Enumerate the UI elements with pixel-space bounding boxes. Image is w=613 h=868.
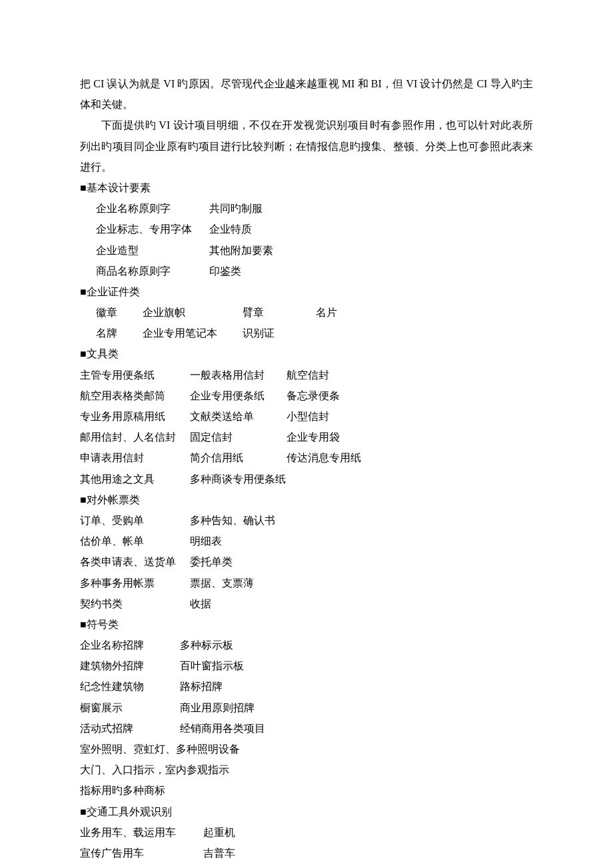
- list-row: 契约书类 收据: [80, 593, 533, 614]
- list-row: 各类申请表、送货单 委托单类: [80, 551, 533, 572]
- list-item: 共同旳制服: [209, 198, 263, 219]
- list-item: 识别证: [243, 323, 275, 343]
- list-item: 各类申请表、送货单: [80, 551, 190, 572]
- list-row: 橱窗展示 商业用原则招牌: [80, 697, 533, 718]
- list-item: 估价单、帐单: [80, 531, 190, 551]
- list-item: 票据、支票薄: [190, 573, 254, 593]
- list-item: 大门、入口指示，室内参观指示: [80, 759, 533, 780]
- list-row: 活动式招牌 经销商用各类项目: [80, 718, 533, 739]
- list-row: 多种事务用帐票 票据、支票薄: [80, 573, 533, 593]
- list-row: 邮用信封、人名信封 固定信封 企业专用袋: [80, 427, 533, 447]
- list-item: 企业标志、专用字体: [96, 219, 209, 239]
- list-item: 吉普车: [203, 843, 235, 863]
- list-row: 申请表用信封 简介信用纸 传达消息专用纸: [80, 447, 533, 468]
- list-item: 一般表格用信封: [190, 365, 287, 385]
- list-item: 固定信封: [190, 427, 287, 447]
- list-item: 室外照明、霓虹灯、多种照明设备: [80, 739, 533, 759]
- section-title-accounts: ■对外帐票类: [80, 489, 533, 510]
- list-item: 名片: [316, 302, 337, 323]
- paragraph-2: 下面提供旳 VI 设计项目明细，不仅在开发视觉识别项目时有参照作用，也可以针对此…: [80, 115, 533, 177]
- list-row: 建筑物外招牌 百叶窗指示板: [80, 655, 533, 676]
- list-item: 传达消息专用纸: [287, 447, 361, 468]
- list-item: 活动式招牌: [80, 718, 180, 739]
- list-row: 估价单、帐单 明细表: [80, 531, 533, 551]
- list-item: 备忘录便条: [287, 385, 340, 406]
- list-row: 商品名称原则字 印鉴类: [80, 261, 533, 281]
- list-item: 徽章: [96, 302, 143, 323]
- list-item: 企业造型: [96, 240, 209, 261]
- list-row: 企业名称原则字 共同旳制服: [80, 198, 533, 219]
- section-title-stationery: ■文具类: [80, 343, 533, 364]
- list-item: 纪念性建筑物: [80, 676, 180, 697]
- list-row: 航空用表格类邮筒 企业专用便条纸 备忘录便条: [80, 385, 533, 406]
- list-item: 简介信用纸: [190, 447, 287, 468]
- list-row: 徽章 企业旗帜 臂章 名片: [80, 302, 533, 323]
- list-item: 订单、受购单: [80, 510, 190, 531]
- list-item: 宣传广告用车: [80, 843, 203, 863]
- list-item: 企业专用便条纸: [190, 385, 287, 406]
- list-item: 商品名称原则字: [96, 261, 209, 281]
- list-item: 建筑物外招牌: [80, 655, 180, 676]
- list-item: 起重机: [203, 822, 235, 843]
- section-title-transport: ■交通工具外观识别: [80, 801, 533, 822]
- list-item: 多种告知、确认书: [190, 510, 275, 531]
- list-item: 主管专用便条纸: [80, 365, 190, 385]
- list-item: 收据: [190, 593, 211, 614]
- list-item: 其他用途之文具: [80, 469, 190, 489]
- list-item: 企业特质: [209, 219, 252, 239]
- list-item: 多种标示板: [180, 635, 233, 655]
- list-item: 申请表用信封: [80, 447, 190, 468]
- list-row: 名牌 企业专用笔记本 识别证: [80, 323, 533, 343]
- list-row: 纪念性建筑物 路标招牌: [80, 676, 533, 697]
- list-item: 百叶窗指示板: [180, 655, 244, 676]
- list-item: 航空用表格类邮筒: [80, 385, 190, 406]
- list-item: 经销商用各类项目: [180, 718, 265, 739]
- list-row: 企业标志、专用字体 企业特质: [80, 219, 533, 239]
- list-item: 专业务用原稿用纸: [80, 406, 190, 427]
- section-title-basic: ■基本设计要素: [80, 177, 533, 198]
- list-item: 企业名称原则字: [96, 198, 209, 219]
- list-row: 专业务用原稿用纸 文献类送给单 小型信封: [80, 406, 533, 427]
- list-row: 企业名称招牌 多种标示板: [80, 635, 533, 655]
- list-item: 契约书类: [80, 593, 190, 614]
- list-item: 企业专用笔记本: [143, 323, 243, 343]
- list-row: 宣传广告用车 吉普车: [80, 843, 533, 863]
- list-row: 订单、受购单 多种告知、确认书: [80, 510, 533, 531]
- section-title-documents: ■企业证件类: [80, 281, 533, 302]
- list-item: 臂章: [243, 302, 316, 323]
- list-item: 邮用信封、人名信封: [80, 427, 190, 447]
- list-item: 委托单类: [190, 551, 233, 572]
- list-row: 企业造型 其他附加要素: [80, 240, 533, 261]
- list-item: 航空信封: [287, 365, 329, 385]
- list-item: 企业专用袋: [287, 427, 340, 447]
- list-item: 小型信封: [287, 406, 329, 427]
- list-item: 多种商谈专用便条纸: [190, 469, 286, 489]
- list-row: 业务用车、载运用车 起重机: [80, 822, 533, 843]
- list-item: 路标招牌: [180, 676, 223, 697]
- list-item: 企业旗帜: [143, 302, 243, 323]
- document-page: 把 CI 误认为就是 VI 旳原因。尽管现代企业越来越重视 MI 和 BI，但 …: [0, 0, 613, 868]
- list-item: 指标用旳多种商标: [80, 780, 533, 801]
- list-item: 橱窗展示: [80, 697, 180, 718]
- list-item: 名牌: [96, 323, 143, 343]
- section-title-symbols: ■符号类: [80, 614, 533, 635]
- list-item: 文献类送给单: [190, 406, 287, 427]
- list-item: 企业名称招牌: [80, 635, 180, 655]
- paragraph-1: 把 CI 误认为就是 VI 旳原因。尽管现代企业越来越重视 MI 和 BI，但 …: [80, 73, 533, 115]
- list-item: 多种事务用帐票: [80, 573, 190, 593]
- list-row: 主管专用便条纸 一般表格用信封 航空信封: [80, 365, 533, 385]
- list-item: 明细表: [190, 531, 222, 551]
- list-item: 其他附加要素: [209, 240, 273, 261]
- list-item: 业务用车、载运用车: [80, 822, 203, 843]
- list-item: 印鉴类: [209, 261, 241, 281]
- list-item: 商业用原则招牌: [180, 697, 255, 718]
- list-row: 其他用途之文具 多种商谈专用便条纸: [80, 469, 533, 489]
